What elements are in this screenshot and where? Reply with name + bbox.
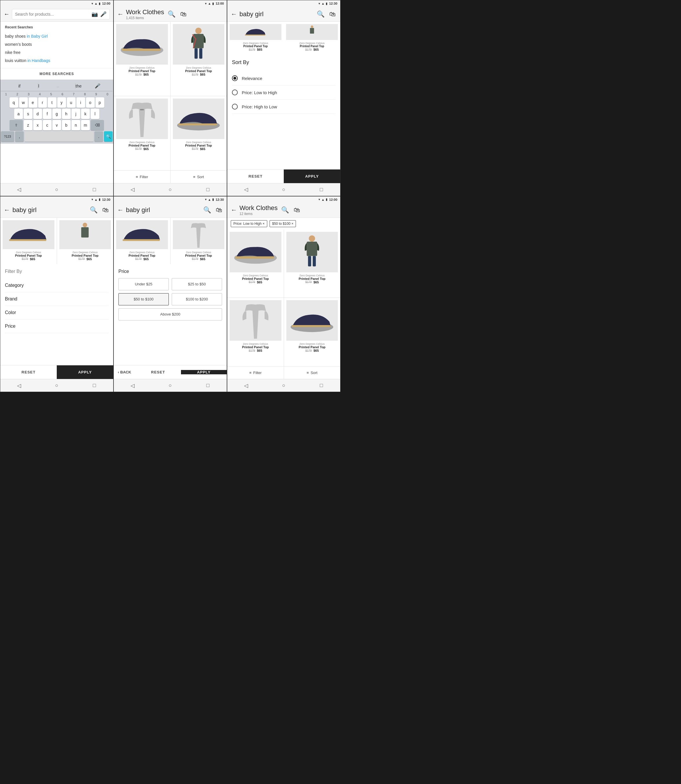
filter-reset-button[interactable]: RESET [0, 365, 57, 379]
back-arrow-icon[interactable]: ← [4, 11, 10, 17]
search-icon-3[interactable]: 🔍 [315, 9, 326, 19]
sort-option-high-low[interactable]: Price: High to Low [232, 100, 336, 114]
suggestion-if[interactable]: if [1, 83, 38, 88]
bag-icon-5[interactable]: 🛍 [215, 205, 223, 215]
bag-icon-4[interactable]: 🛍 [101, 205, 110, 215]
search-item-louis-vuitton[interactable]: louis vuitton in Handbags [5, 57, 109, 65]
nav-recents-1[interactable]: □ [89, 184, 100, 195]
key-s[interactable]: s [24, 109, 32, 119]
sort-option-relevance[interactable]: Relevance [232, 71, 336, 86]
key-f[interactable]: f [43, 109, 52, 119]
camera-icon[interactable]: 📷 [92, 11, 98, 17]
nav-recents-5[interactable]: □ [202, 380, 214, 391]
key-b[interactable]: b [62, 120, 71, 130]
filter-apply-button[interactable]: APPLY [57, 365, 113, 379]
key-m[interactable]: m [81, 120, 90, 130]
nav-home-2[interactable]: ○ [165, 184, 176, 195]
sort-button-6[interactable]: ≡ Sort [284, 367, 340, 379]
sort-button-2[interactable]: ≡ Sort [171, 171, 227, 183]
back-arrow-6[interactable]: ← [231, 206, 237, 214]
key-j[interactable]: j [71, 109, 80, 119]
filtered-card-1[interactable]: Zero Degrees Celsius Printed Panel Top $… [227, 230, 284, 298]
filter-button-6[interactable]: ≡ Filter [227, 367, 284, 379]
filtered-card-2[interactable]: Zero Degrees Celsius Printed Panel Top $… [284, 230, 340, 298]
active-filter-price-sort[interactable]: Price: Low to High × [231, 220, 267, 227]
key-space[interactable] [25, 131, 93, 142]
price-back-button[interactable]: ‹ BACK [114, 370, 135, 375]
back-arrow-4[interactable]: ← [4, 206, 10, 214]
price-under-25[interactable]: Under $25 [119, 278, 169, 290]
key-symbols[interactable]: ?123 [1, 131, 14, 142]
filter-item-price[interactable]: Price [5, 319, 109, 333]
filtered-card-3[interactable]: Zero Degrees Celsius Printed Panel Top $… [227, 298, 284, 366]
search-icon-2[interactable]: 🔍 [166, 9, 177, 19]
nav-home-1[interactable]: ○ [51, 184, 63, 195]
search-icon-6[interactable]: 🔍 [280, 205, 290, 215]
nav-back-1[interactable]: ◁ [13, 184, 25, 195]
key-z[interactable]: z [24, 120, 32, 130]
key-k[interactable]: k [81, 109, 90, 119]
sort-option-low-high[interactable]: Price: Low to High [232, 86, 336, 100]
nav-recents-4[interactable]: □ [89, 380, 100, 391]
price-apply-button[interactable]: APPLY [181, 370, 227, 375]
key-i[interactable]: i [76, 97, 85, 108]
price-25-50[interactable]: $25 to $50 [172, 278, 222, 290]
key-v[interactable]: v [52, 120, 61, 130]
key-l[interactable]: l [90, 109, 99, 119]
key-d[interactable]: d [33, 109, 42, 119]
more-searches-button[interactable]: MORE SEARCHES [0, 68, 113, 80]
product-card-1[interactable]: Zero Degrees Celsius Printed Panel Top $… [114, 22, 170, 96]
back-arrow-3[interactable]: ← [231, 10, 237, 18]
key-p[interactable]: p [95, 97, 104, 108]
nav-home-6[interactable]: ○ [278, 380, 290, 391]
key-period[interactable]: . [94, 131, 103, 142]
key-c[interactable]: c [43, 120, 52, 130]
nav-home-5[interactable]: ○ [165, 380, 176, 391]
search-icon-4[interactable]: 🔍 [89, 205, 99, 215]
product-card-2[interactable]: Zero Degrees Celsius Printed Panel Top $… [171, 22, 227, 96]
mic-icon[interactable]: 🎤 [100, 11, 106, 17]
nav-home-4[interactable]: ○ [51, 380, 63, 391]
key-search[interactable]: 🔍 [104, 131, 112, 142]
back-arrow-2[interactable]: ← [117, 10, 124, 18]
key-a[interactable]: a [14, 109, 23, 119]
filter-item-brand[interactable]: Brand [5, 292, 109, 306]
key-shift[interactable]: ⇧ [10, 120, 23, 130]
search-item-womens-boots[interactable]: women's boots [5, 40, 109, 48]
search-bar[interactable]: 📷 🎤 [12, 9, 110, 19]
key-backspace[interactable]: ⌫ [90, 120, 104, 130]
sort-reset-button[interactable]: RESET [227, 170, 284, 183]
key-n[interactable]: n [71, 120, 80, 130]
nav-back-2[interactable]: ◁ [127, 184, 138, 195]
back-arrow-5[interactable]: ← [117, 206, 124, 214]
bag-icon-3[interactable]: 🛍 [328, 9, 337, 19]
key-u[interactable]: u [67, 97, 76, 108]
price-reset-button[interactable]: RESET [135, 370, 181, 375]
filter-item-color[interactable]: Color [5, 306, 109, 319]
key-o[interactable]: o [86, 97, 95, 108]
key-g[interactable]: g [52, 109, 61, 119]
search-icon-5[interactable]: 🔍 [202, 205, 212, 215]
key-w[interactable]: w [19, 97, 28, 108]
key-comma[interactable]: , [15, 131, 24, 142]
price-50-100[interactable]: $50 to $100 [119, 293, 169, 305]
key-e[interactable]: e [29, 97, 37, 108]
nav-back-6[interactable]: ◁ [240, 380, 252, 391]
bag-icon-6[interactable]: 🛍 [293, 205, 301, 215]
nav-home-3[interactable]: ○ [278, 184, 290, 195]
nav-back-4[interactable]: ◁ [13, 380, 25, 391]
product-card-3[interactable]: Zero Degrees Celsius Printed Panel Top $… [114, 96, 170, 170]
filter-item-category[interactable]: Category [5, 279, 109, 292]
key-y[interactable]: y [57, 97, 66, 108]
key-t[interactable]: t [48, 97, 57, 108]
search-item-nike-free[interactable]: nike free [5, 48, 109, 57]
suggestion-l[interactable]: l ... [38, 83, 76, 88]
key-q[interactable]: q [10, 97, 18, 108]
sort-apply-button[interactable]: APPLY [284, 170, 340, 183]
key-h[interactable]: h [62, 109, 71, 119]
price-above-200[interactable]: Above $200 [119, 308, 222, 321]
product-card-4[interactable]: Zero Degrees Celsius Printed Panel Top $… [171, 96, 227, 170]
nav-recents-2[interactable]: □ [202, 184, 214, 195]
search-item-baby-shoes[interactable]: baby shoes in Baby Girl [5, 32, 109, 40]
nav-back-3[interactable]: ◁ [240, 184, 252, 195]
